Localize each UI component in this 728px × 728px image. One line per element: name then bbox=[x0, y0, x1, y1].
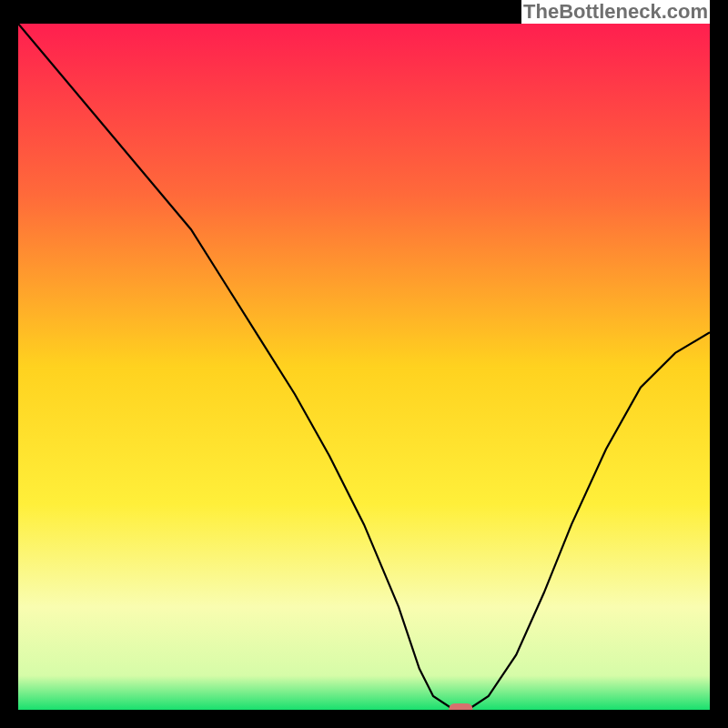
chart-plot-area bbox=[18, 24, 710, 710]
gradient-background bbox=[18, 24, 710, 710]
optimal-point-marker bbox=[449, 703, 472, 710]
chart-svg bbox=[18, 24, 710, 710]
watermark-text: TheBottleneck.com bbox=[521, 0, 710, 24]
chart-frame: TheBottleneck.com bbox=[0, 0, 728, 728]
